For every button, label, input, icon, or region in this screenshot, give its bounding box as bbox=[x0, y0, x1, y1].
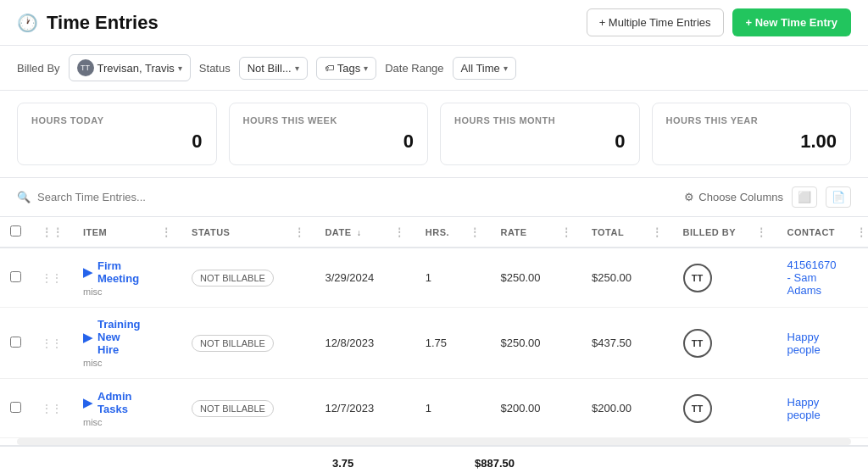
export-pdf-button[interactable]: 📄 bbox=[826, 186, 851, 208]
stat-month-value: 0 bbox=[454, 131, 626, 153]
billed-by-dropdown[interactable]: TT Trevisan, Travis ▾ bbox=[69, 54, 191, 81]
row-checkbox-cell-1 bbox=[0, 308, 31, 379]
chevron-down-icon: ▾ bbox=[178, 64, 182, 73]
item-sub-1: misc bbox=[83, 358, 141, 368]
col-status[interactable]: STATUS bbox=[181, 217, 284, 248]
col-date[interactable]: DATE ↓ bbox=[314, 217, 384, 248]
drag-icon-1: ⋮⋮ bbox=[42, 337, 62, 349]
row-sep1-2 bbox=[151, 379, 182, 438]
drag-handle-icon: ⋮⋮ bbox=[42, 226, 63, 238]
select-all-header bbox=[0, 217, 31, 248]
date-range-value: All Time bbox=[461, 62, 500, 75]
select-all-checkbox[interactable] bbox=[10, 225, 21, 236]
stat-today-value: 0 bbox=[31, 131, 203, 153]
col-sep-3: ⋮ bbox=[384, 217, 415, 248]
col-total[interactable]: TOTAL bbox=[581, 217, 642, 248]
multiple-time-entries-button[interactable]: + Multiple Time Entries bbox=[587, 8, 724, 36]
row-contact-1: Happy people bbox=[777, 308, 847, 379]
row-checkbox-1[interactable] bbox=[10, 337, 21, 348]
row-date-2: 12/7/2023 bbox=[314, 379, 384, 438]
col-sep-7: ⋮ bbox=[746, 217, 777, 248]
row-status-2: NOT BILLABLE bbox=[181, 379, 284, 438]
row-sep8-2 bbox=[846, 379, 868, 438]
billed-by-label: Billed By bbox=[17, 62, 60, 75]
col-sep-2: ⋮ bbox=[284, 217, 315, 248]
row-sep1-1 bbox=[151, 308, 182, 379]
row-status-0: NOT BILLABLE bbox=[181, 248, 284, 308]
item-name-0[interactable]: ▶ Firm Meeting bbox=[83, 259, 141, 285]
item-name-1[interactable]: ▶ Training New Hire bbox=[83, 318, 141, 356]
choose-columns-button[interactable]: ⚙ Choose Columns bbox=[684, 191, 783, 203]
row-hrs-1: 1.75 bbox=[415, 308, 459, 379]
tags-dropdown[interactable]: 🏷 Tags ▾ bbox=[316, 57, 376, 80]
row-sep8-1 bbox=[846, 308, 868, 379]
row-sep6-2 bbox=[642, 379, 673, 438]
row-drag-handle-1: ⋮⋮ bbox=[31, 308, 73, 379]
table-container: ⋮⋮ ITEM ⋮ STATUS ⋮ DATE ↓ ⋮ HRS. ⋮ RATE … bbox=[0, 217, 868, 438]
row-sep5-0 bbox=[551, 248, 582, 308]
drag-handle-header: ⋮⋮ bbox=[31, 217, 73, 248]
drag-icon-2: ⋮⋮ bbox=[42, 403, 62, 415]
chevron-down-icon-4: ▾ bbox=[504, 64, 508, 73]
col-sep-icon-5: ⋮ bbox=[561, 226, 572, 238]
col-hrs[interactable]: HRS. bbox=[415, 217, 459, 248]
footer-row: 3.75 $887.50 USD bbox=[0, 445, 868, 473]
stat-hours-month: HOURS THIS MONTH 0 bbox=[440, 103, 640, 165]
tag-icon: 🏷 bbox=[325, 63, 334, 73]
col-sep-4: ⋮ bbox=[459, 217, 491, 248]
row-drag-handle-0: ⋮⋮ bbox=[31, 248, 73, 308]
stat-hours-year: HOURS THIS YEAR 1.00 bbox=[652, 103, 852, 165]
date-range-dropdown[interactable]: All Time ▾ bbox=[453, 57, 516, 80]
avatar-1: TT bbox=[683, 329, 712, 358]
row-item-0: ▶ Firm Meeting misc bbox=[73, 248, 151, 308]
row-sep3-2 bbox=[384, 379, 415, 438]
search-box[interactable]: 🔍 bbox=[17, 191, 684, 203]
avatar-0: TT bbox=[683, 264, 712, 292]
drag-icon-0: ⋮⋮ bbox=[42, 272, 62, 284]
row-sep4-1 bbox=[459, 308, 491, 379]
new-time-entry-button[interactable]: + New Time Entry bbox=[732, 8, 852, 36]
status-dropdown[interactable]: Not Bill... ▾ bbox=[239, 57, 308, 80]
chevron-down-icon-2: ▾ bbox=[295, 64, 299, 73]
export-csv-button[interactable]: ⬜ bbox=[792, 186, 817, 208]
row-sep4-0 bbox=[459, 248, 491, 308]
top-bar-right: + Multiple Time Entries + New Time Entry bbox=[587, 8, 851, 36]
row-sep7-0 bbox=[746, 248, 777, 308]
row-checkbox-0[interactable] bbox=[10, 271, 21, 282]
contact-link-2[interactable]: Happy people bbox=[787, 396, 821, 421]
item-name-2[interactable]: ▶ Admin Tasks bbox=[83, 390, 141, 415]
col-item[interactable]: ITEM bbox=[73, 217, 151, 248]
col-sep-icon-3: ⋮ bbox=[394, 226, 405, 238]
row-billed-by-2: TT bbox=[673, 379, 747, 438]
col-sep-6: ⋮ bbox=[642, 217, 673, 248]
row-sep7-2 bbox=[746, 379, 777, 438]
row-sep1-0 bbox=[151, 248, 182, 308]
chevron-down-icon-3: ▾ bbox=[364, 64, 368, 73]
search-input[interactable] bbox=[37, 191, 241, 203]
row-sep8-0 bbox=[846, 248, 868, 308]
row-billed-by-0: TT bbox=[673, 248, 747, 308]
status-badge-2: NOT BILLABLE bbox=[192, 400, 274, 417]
row-sep3-0 bbox=[384, 248, 415, 308]
top-bar-left: 🕐 Time Entries bbox=[17, 12, 159, 34]
toolbar-row: 🔍 ⚙ Choose Columns ⬜ 📄 bbox=[0, 178, 868, 217]
col-rate[interactable]: RATE bbox=[491, 217, 551, 248]
row-date-1: 12/8/2023 bbox=[314, 308, 384, 379]
col-sep-icon-6: ⋮ bbox=[652, 226, 663, 238]
row-sep7-1 bbox=[746, 308, 777, 379]
row-sep2-1 bbox=[284, 308, 315, 379]
stat-hours-today: HOURS TODAY 0 bbox=[17, 103, 217, 165]
row-total-1: $437.50 bbox=[581, 308, 642, 379]
row-checkbox-2[interactable] bbox=[10, 402, 21, 413]
row-rate-1: $250.00 bbox=[491, 308, 551, 379]
col-billed-by[interactable]: BILLED BY bbox=[673, 217, 747, 248]
top-bar: 🕐 Time Entries + Multiple Time Entries +… bbox=[0, 0, 868, 46]
contact-link-1[interactable]: Happy people bbox=[787, 331, 821, 356]
col-contact[interactable]: CONTACT bbox=[777, 217, 847, 248]
row-sep4-2 bbox=[459, 379, 491, 438]
horizontal-scrollbar[interactable] bbox=[17, 438, 851, 445]
footer-total-value: $887.50 bbox=[475, 457, 515, 470]
contact-link-0[interactable]: 41561670 - Sam Adams bbox=[787, 259, 837, 297]
row-total-2: $200.00 bbox=[581, 379, 642, 438]
status-value: Not Bill... bbox=[248, 62, 292, 75]
